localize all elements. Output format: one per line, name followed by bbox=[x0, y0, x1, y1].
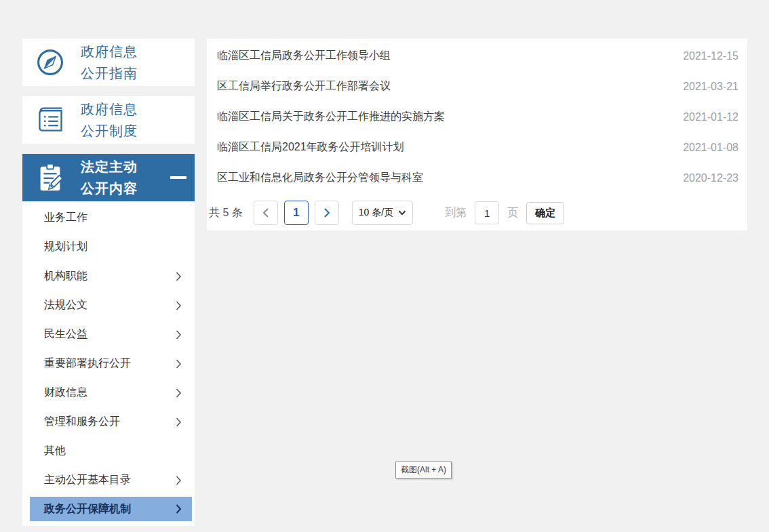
confirm-button[interactable]: 确定 bbox=[526, 202, 564, 224]
card-title-line2: 公开制度 bbox=[81, 123, 138, 138]
sidebar-item-business-work[interactable]: 业务工作 bbox=[22, 203, 195, 232]
card-title-line1: 政府信息 bbox=[81, 102, 138, 117]
compass-icon bbox=[33, 47, 67, 77]
menu-item-label: 重要部署执行公开 bbox=[44, 356, 131, 371]
article-row: 临淄区工信局2021年政务公开培训计划 2021-01-08 bbox=[207, 132, 747, 163]
notebook-icon bbox=[33, 105, 67, 135]
prev-page-button[interactable] bbox=[254, 201, 278, 225]
article-list-panel: 临淄区工信局政务公开工作领导小组 2021-12-15 区工信局举行政务公开工作… bbox=[207, 39, 747, 230]
article-link[interactable]: 临淄区工信局关于政务公开工作推进的实施方案 bbox=[217, 110, 445, 124]
sidebar-card-statutory-disclosure[interactable]: 法定主动 公开内容 bbox=[22, 154, 195, 201]
page-number-label: 1 bbox=[293, 206, 299, 220]
sidebar-item-other[interactable]: 其他 bbox=[22, 436, 195, 466]
chevron-right-icon bbox=[176, 359, 182, 369]
article-link[interactable]: 区工信局举行政务公开工作部署会议 bbox=[217, 79, 391, 94]
goto-suffix-label: 页 bbox=[507, 206, 518, 220]
chevron-right-icon bbox=[176, 504, 182, 514]
chevron-right-icon bbox=[176, 301, 182, 310]
chevron-right-icon bbox=[176, 417, 182, 427]
screenshot-tooltip: 截图(Alt + A) bbox=[395, 462, 452, 478]
page-size-label: 10 条/页 bbox=[359, 207, 393, 219]
sidebar-card-title: 政府信息 公开制度 bbox=[81, 98, 138, 142]
menu-item-label: 管理和服务公开 bbox=[44, 415, 120, 429]
goto-page-input[interactable] bbox=[475, 201, 499, 224]
pagination-bar: 共 5 条 1 10 条/页 到第 页 确定 bbox=[207, 201, 747, 225]
chevron-right-icon bbox=[176, 330, 182, 340]
goto-prefix-label: 到第 bbox=[445, 206, 467, 220]
sidebar-item-organization-functions[interactable]: 机构职能 bbox=[22, 262, 195, 291]
menu-item-label: 规划计划 bbox=[44, 240, 87, 254]
sidebar-item-guarantee-mechanism[interactable]: 政务公开保障机制 bbox=[30, 497, 192, 521]
card-title-line1: 法定主动 bbox=[81, 159, 138, 174]
chevron-right-icon bbox=[323, 207, 331, 218]
menu-item-label: 政务公开保障机制 bbox=[44, 502, 131, 516]
card-title-line2: 公开内容 bbox=[81, 181, 138, 196]
article-row: 临淄区工信局政务公开工作领导小组 2021-12-15 bbox=[207, 41, 747, 71]
chevron-down-icon bbox=[398, 210, 406, 216]
chevron-right-icon bbox=[176, 388, 182, 398]
next-page-button[interactable] bbox=[315, 201, 339, 225]
menu-item-label: 其他 bbox=[44, 444, 66, 458]
article-link[interactable]: 临淄区工信局2021年政务公开培训计划 bbox=[217, 140, 404, 155]
card-title-line1: 政府信息 bbox=[81, 44, 138, 59]
collapse-minus-icon bbox=[170, 176, 186, 179]
chevron-right-icon bbox=[176, 272, 182, 281]
sidebar-card-title: 政府信息 公开指南 bbox=[81, 41, 138, 84]
sidebar-card-gov-info-guide[interactable]: 政府信息 公开指南 bbox=[22, 39, 195, 86]
sidebar-card-gov-info-system[interactable]: 政府信息 公开制度 bbox=[22, 96, 195, 144]
article-date: 2021-01-12 bbox=[683, 111, 738, 123]
menu-item-label: 业务工作 bbox=[44, 211, 87, 225]
menu-item-label: 机构职能 bbox=[44, 269, 87, 283]
sidebar-item-livelihood-welfare[interactable]: 民生公益 bbox=[22, 320, 195, 349]
sidebar-card-title: 法定主动 公开内容 bbox=[81, 156, 138, 199]
menu-item-label: 主动公开基本目录 bbox=[44, 473, 131, 487]
article-link[interactable]: 区工业和信息化局政务公开分管领导与科室 bbox=[217, 171, 423, 185]
sidebar-item-management-services[interactable]: 管理和服务公开 bbox=[22, 407, 195, 436]
chevron-left-icon bbox=[262, 207, 270, 218]
sidebar-item-regulations-documents[interactable]: 法规公文 bbox=[22, 291, 195, 320]
chevron-right-icon bbox=[176, 476, 182, 485]
pagination-total-label: 共 5 条 bbox=[209, 206, 243, 220]
article-row: 区工信局举行政务公开工作部署会议 2021-03-21 bbox=[207, 71, 747, 102]
menu-item-label: 法规公文 bbox=[44, 298, 87, 312]
article-date: 2021-12-15 bbox=[683, 50, 738, 62]
sidebar-item-key-deployments[interactable]: 重要部署执行公开 bbox=[22, 349, 195, 378]
sidebar-item-planning[interactable]: 规划计划 bbox=[22, 232, 195, 262]
sidebar-item-catalog[interactable]: 主动公开基本目录 bbox=[22, 466, 195, 495]
article-row: 临淄区工信局关于政务公开工作推进的实施方案 2021-01-12 bbox=[207, 102, 747, 132]
menu-item-label: 财政信息 bbox=[44, 386, 87, 400]
article-date: 2020-12-23 bbox=[683, 172, 738, 184]
sidebar-item-fiscal-info[interactable]: 财政信息 bbox=[22, 378, 195, 407]
clipboard-pen-icon bbox=[33, 162, 67, 193]
article-link[interactable]: 临淄区工信局政务公开工作领导小组 bbox=[217, 49, 391, 63]
sidebar-menu: 业务工作 规划计划 机构职能 法规公文 民生公益 重要部署执行公开 财政信息 管… bbox=[22, 201, 195, 526]
article-date: 2021-03-21 bbox=[683, 81, 738, 93]
menu-item-label: 民生公益 bbox=[44, 327, 87, 342]
card-title-line2: 公开指南 bbox=[81, 66, 138, 81]
article-date: 2021-01-08 bbox=[683, 142, 738, 154]
page-number-button-1[interactable]: 1 bbox=[284, 201, 309, 225]
article-row: 区工业和信息化局政务公开分管领导与科室 2020-12-23 bbox=[207, 163, 747, 193]
sidebar: 政府信息 公开指南 政府信息 公开制度 bbox=[22, 39, 195, 526]
page-size-select[interactable]: 10 条/页 bbox=[352, 201, 413, 225]
